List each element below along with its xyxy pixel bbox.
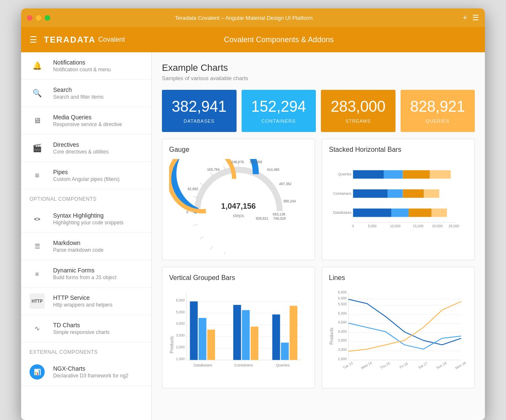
notifications-label: Notifications [53, 59, 111, 66]
sidebar-item-directives[interactable]: 🎬 Directives Core directives & utilities [21, 135, 151, 162]
svg-text:Tue 13: Tue 13 [342, 361, 354, 370]
svg-text:Queries: Queries [338, 172, 352, 176]
sidebar-item-search[interactable]: 🔍 Search Search and filter items [21, 80, 151, 107]
svg-rect-31 [353, 189, 388, 198]
http-desc: Http wrappers and helpers [53, 302, 113, 308]
directives-icon: 🎬 [30, 140, 45, 156]
svg-text:Containers: Containers [333, 191, 352, 195]
gauge-title: Gauge [169, 146, 308, 153]
stat-streams: 283,000 STREAMS [321, 90, 396, 132]
search-label: Search [53, 86, 103, 93]
main-content: Example Charts Samples of various availa… [152, 52, 485, 420]
new-tab-button[interactable]: + [463, 13, 467, 22]
svg-text:steps: steps [233, 213, 244, 218]
sidebar-text-tdcharts: TD Charts Simple responsive charts [53, 322, 110, 335]
svg-text:15,000: 15,000 [413, 224, 423, 228]
svg-text:663,136: 663,136 [273, 212, 285, 216]
svg-rect-27 [353, 170, 384, 178]
sidebar-text-syntax: Syntax Highlighting Highlighting your co… [53, 212, 124, 226]
sidebar-item-syntax[interactable]: <> Syntax Highlighting Highlighting your… [21, 205, 151, 233]
stat-databases-label: DATABASES [169, 118, 230, 124]
gauge-container: // Generate tick marks via inline SVG 1,… [169, 160, 308, 253]
svg-text:828,921: 828,921 [256, 216, 269, 220]
syntax-label: Syntax Highlighting [53, 212, 124, 219]
svg-text:3,000: 3,000 [176, 334, 185, 337]
svg-text:4,000: 4,000 [176, 322, 185, 326]
stats-grid: 382,941 DATABASES 152,294 CONTAINERS 283… [162, 90, 475, 132]
sidebar-item-td-charts[interactable]: ∿ TD Charts Simple responsive charts [21, 315, 151, 342]
svg-rect-36 [391, 208, 409, 217]
stacked-bars-container: Queries Containers Databases [329, 160, 468, 253]
stat-streams-label: STREAMS [328, 118, 389, 124]
svg-text:746,028: 746,028 [273, 216, 286, 220]
app-body: 🔔 Notifications Notification count & men… [21, 52, 485, 420]
pipes-label: Pipes [53, 169, 119, 175]
lines-title: Lines [329, 274, 468, 282]
svg-text:1,000: 1,000 [176, 357, 185, 361]
svg-text:5,500: 5,500 [338, 302, 347, 306]
svg-rect-61 [199, 318, 207, 360]
sidebar-text-search: Search Search and filter items [53, 86, 103, 100]
svg-text:82,892: 82,892 [188, 187, 199, 191]
svg-rect-64 [242, 310, 250, 360]
ngx-label: NGX-Charts [53, 365, 129, 372]
media-desc: Responsive service & directive [53, 121, 122, 127]
svg-rect-68 [290, 306, 298, 360]
syntax-desc: Highlighting your code snippets [53, 220, 124, 226]
svg-text:Wed 14: Wed 14 [361, 361, 373, 370]
svg-text:414,460: 414,460 [267, 167, 280, 171]
svg-text:0: 0 [352, 224, 354, 228]
markdown-label: Markdown [53, 240, 103, 246]
bell-icon: 🔔 [30, 58, 45, 73]
forms-icon: ≡ [30, 266, 45, 281]
svg-line-16 [200, 236, 203, 239]
hamburger-icon[interactable]: ☰ [30, 35, 37, 45]
svg-rect-63 [233, 305, 241, 360]
charts-row-2: Vertical Grouped Bars Products 1,000 2,0… [162, 267, 475, 388]
sidebar-item-pipes[interactable]: ≡ Pipes Custom Angular pipes (filters) [21, 162, 151, 189]
lines-card: Lines Products 2,500 3,000 3,500 4,000 4… [322, 267, 475, 388]
svg-text:10,000: 10,000 [390, 224, 401, 228]
stat-containers: 152,294 CONTAINERS [242, 90, 316, 132]
svg-text:Databases: Databases [194, 363, 213, 367]
svg-text:3,500: 3,500 [338, 339, 347, 342]
svg-text:1,047,156: 1,047,156 [221, 202, 256, 210]
sidebar-item-http[interactable]: HTTP HTTP Service Http wrappers and help… [21, 288, 151, 315]
svg-line-17 [193, 224, 197, 226]
svg-text:Products: Products [329, 327, 334, 345]
svg-rect-67 [281, 342, 289, 360]
http-label: HTTP Service [53, 294, 113, 301]
page-title: Example Charts [162, 62, 475, 73]
stat-databases: 382,941 DATABASES [162, 90, 237, 132]
svg-rect-35 [353, 208, 391, 217]
pipes-icon: ≡ [30, 168, 45, 183]
stacked-bars-title: Stacked Horizontal Bars [329, 146, 468, 153]
svg-text:4,000: 4,000 [338, 329, 347, 333]
svg-text:Products: Products [170, 336, 174, 353]
sidebar-text-notifications: Notifications Notification count & menu [53, 59, 111, 73]
svg-text:331,568: 331,568 [250, 160, 262, 164]
sidebar-item-notifications[interactable]: 🔔 Notifications Notification count & men… [21, 52, 151, 80]
sidebar-item-markdown[interactable]: ☰ Markdown Parse markdown code [21, 233, 151, 260]
svg-text:4,500: 4,500 [338, 320, 347, 324]
sidebar-item-media-queries[interactable]: 🖥 Media Queries Responsive service & dir… [21, 107, 151, 135]
vgb-container: Products 1,000 2,000 3,000 4,000 5,000 6… [169, 288, 308, 381]
svg-text:Queries: Queries [276, 363, 290, 367]
gauge-card: Gauge // Generate tick marks via inline … [162, 139, 315, 260]
optional-section-header: Optional Components [21, 189, 151, 205]
sidebar-item-ngx-charts[interactable]: 📊 NGX-Charts Declarative D3 framework fo… [21, 358, 151, 386]
sidebar-text-http: HTTP Service Http wrappers and helpers [53, 294, 113, 308]
titlebar: Teradata Covalent – Angular Material Des… [21, 8, 485, 27]
sidebar-item-dynamic-forms[interactable]: ≡ Dynamic Forms Build forms from a JS ob… [21, 260, 151, 288]
titlebar-actions: + ☰ [463, 13, 479, 22]
svg-text:0: 0 [186, 210, 188, 214]
notifications-desc: Notification count & menu [53, 67, 111, 73]
svg-rect-60 [190, 301, 198, 360]
search-icon: 🔍 [30, 86, 45, 101]
gauge-svg: // Generate tick marks via inline SVG 1,… [169, 159, 308, 254]
svg-text:Mon 19: Mon 19 [455, 361, 467, 370]
menu-button[interactable]: ☰ [472, 13, 479, 22]
header-nav-title: Covalent Components & Addons [81, 35, 476, 44]
sidebar-text-forms: Dynamic Forms Build forms from a JS obje… [53, 267, 116, 280]
svg-text:Sun 18: Sun 18 [436, 361, 447, 370]
